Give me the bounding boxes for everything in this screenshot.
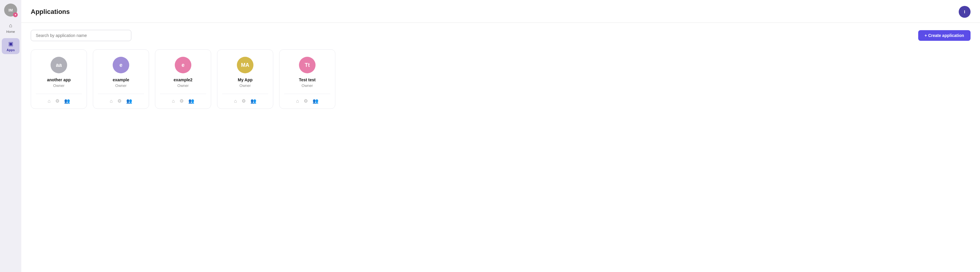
app-name-example: example	[113, 78, 129, 82]
app-avatar-test-test: Tt	[299, 57, 315, 73]
header-user-initial: I	[964, 10, 965, 14]
app-role-another-app: Owner	[53, 83, 64, 88]
app-avatar-example2: e	[175, 57, 191, 73]
app-actions-another-app: ⌂ ⚙ 👥	[48, 98, 70, 104]
app-divider-my-app	[222, 94, 268, 94]
sidebar: IM ⌂ Home ▣ Apps	[0, 0, 21, 272]
header-user-avatar[interactable]: I	[959, 6, 970, 18]
app-members-icon-example[interactable]: 👥	[126, 98, 132, 104]
app-avatar-example: e	[113, 57, 129, 73]
app-divider-test-test	[284, 94, 330, 94]
sidebar-item-apps-label: Apps	[6, 48, 15, 52]
app-card-example[interactable]: e example Owner ⌂ ⚙ 👥	[93, 49, 149, 109]
app-divider-example	[98, 94, 144, 94]
app-members-icon-my-app[interactable]: 👥	[250, 98, 256, 104]
app-settings-icon-example[interactable]: ⚙	[118, 98, 121, 104]
app-home-icon-example2[interactable]: ⌂	[172, 99, 175, 104]
app-role-example: Owner	[115, 83, 127, 88]
app-name-test-test: Test test	[299, 78, 316, 82]
app-role-example2: Owner	[177, 83, 189, 88]
app-actions-example2: ⌂ ⚙ 👥	[172, 98, 194, 104]
sidebar-item-home[interactable]: ⌂ Home	[2, 20, 19, 36]
app-home-icon-test-test[interactable]: ⌂	[296, 99, 299, 104]
app-name-another-app: another app	[47, 78, 71, 82]
app-card-my-app[interactable]: MA My App Owner ⌂ ⚙ 👥	[217, 49, 273, 109]
page-title: Applications	[31, 8, 70, 16]
app-settings-icon-example2[interactable]: ⚙	[180, 98, 184, 104]
app-actions-test-test: ⌂ ⚙ 👥	[296, 98, 318, 104]
app-settings-icon-my-app[interactable]: ⚙	[242, 98, 246, 104]
app-actions-example: ⌂ ⚙ 👥	[110, 98, 132, 104]
sidebar-avatar-badge	[13, 13, 18, 17]
create-button-label: + Create application	[925, 33, 964, 38]
app-settings-icon-test-test[interactable]: ⚙	[304, 98, 308, 104]
content-area: + Create application aa another app Owne…	[21, 23, 980, 272]
app-card-another-app[interactable]: aa another app Owner ⌂ ⚙ 👥	[31, 49, 87, 109]
app-members-icon-another-app[interactable]: 👥	[64, 98, 70, 104]
app-settings-icon-another-app[interactable]: ⚙	[55, 98, 59, 104]
app-avatar-my-app: MA	[237, 57, 253, 73]
app-avatar-another-app: aa	[51, 57, 67, 73]
create-application-button[interactable]: + Create application	[918, 30, 970, 41]
app-card-test-test[interactable]: Tt Test test Owner ⌂ ⚙ 👥	[279, 49, 335, 109]
app-home-icon-my-app[interactable]: ⌂	[234, 99, 237, 104]
sidebar-item-apps[interactable]: ▣ Apps	[2, 38, 19, 54]
main-content: Applications I + Create application aa a…	[21, 0, 980, 272]
app-home-icon-another-app[interactable]: ⌂	[48, 99, 51, 104]
app-divider-example2	[160, 94, 206, 94]
home-icon: ⌂	[9, 22, 13, 29]
app-actions-my-app: ⌂ ⚙ 👥	[234, 98, 256, 104]
app-name-my-app: My App	[238, 78, 253, 82]
app-members-icon-test-test[interactable]: 👥	[313, 98, 318, 104]
app-members-icon-example2[interactable]: 👥	[188, 98, 194, 104]
app-role-my-app: Owner	[240, 83, 251, 88]
app-card-example2[interactable]: e example2 Owner ⌂ ⚙ 👥	[155, 49, 211, 109]
app-name-example2: example2	[173, 78, 192, 82]
search-input[interactable]	[31, 30, 131, 41]
apps-icon: ▣	[8, 40, 13, 47]
sidebar-user-avatar[interactable]: IM	[4, 3, 17, 17]
app-divider-another-app	[36, 94, 82, 94]
sidebar-user-initials: IM	[9, 8, 13, 13]
app-role-test-test: Owner	[302, 83, 313, 88]
sidebar-item-home-label: Home	[6, 30, 15, 33]
apps-grid: aa another app Owner ⌂ ⚙ 👥 e example Own…	[31, 49, 970, 109]
page-header: Applications I	[21, 0, 980, 23]
toolbar: + Create application	[31, 30, 970, 41]
app-home-icon-example[interactable]: ⌂	[110, 99, 113, 104]
